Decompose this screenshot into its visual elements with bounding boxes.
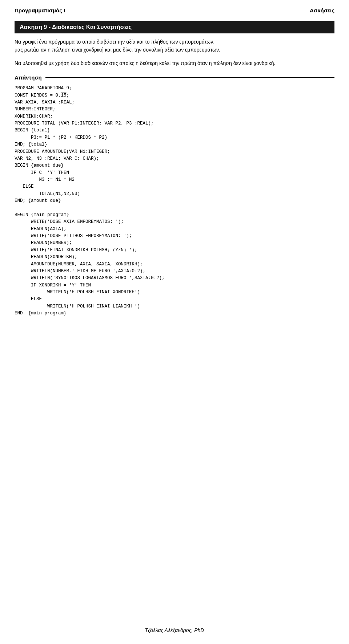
answer-title: Απάντηση bbox=[15, 74, 45, 81]
course-title: Προγραμματισμός Ι bbox=[15, 7, 65, 13]
task-text: Να υλοποιηθεί με χρήση δύο διαδικασιών σ… bbox=[15, 59, 334, 67]
code-block: PROGRAM PARADEIGMA_9; CONST KERDOS = 0.1… bbox=[15, 85, 334, 317]
page-container: Προγραμματισμός Ι Ασκήσεις Άσκηση 9 - Δι… bbox=[0, 0, 349, 644]
answer-section: Απάντηση PROGRAM PARADEIGMA_9; CONST KER… bbox=[15, 74, 334, 317]
footer-text: Τζάλλας Αλέξανδρος, PhD bbox=[145, 627, 204, 633]
footer: Τζάλλας Αλέξανδρος, PhD bbox=[0, 627, 349, 633]
answer-divider bbox=[45, 77, 334, 78]
header-divider bbox=[15, 15, 334, 15]
intro-text: Να γραφεί ένα πρόγραμμα το οποίο διαβάσε… bbox=[15, 38, 334, 54]
section-label: Ασκήσεις bbox=[310, 7, 334, 13]
answer-header: Απάντηση bbox=[15, 74, 334, 81]
section-title: Άσκηση 9 - Διαδικασίες Και Συναρτήσεις bbox=[15, 21, 334, 33]
page-header: Προγραμματισμός Ι Ασκήσεις bbox=[15, 7, 334, 13]
